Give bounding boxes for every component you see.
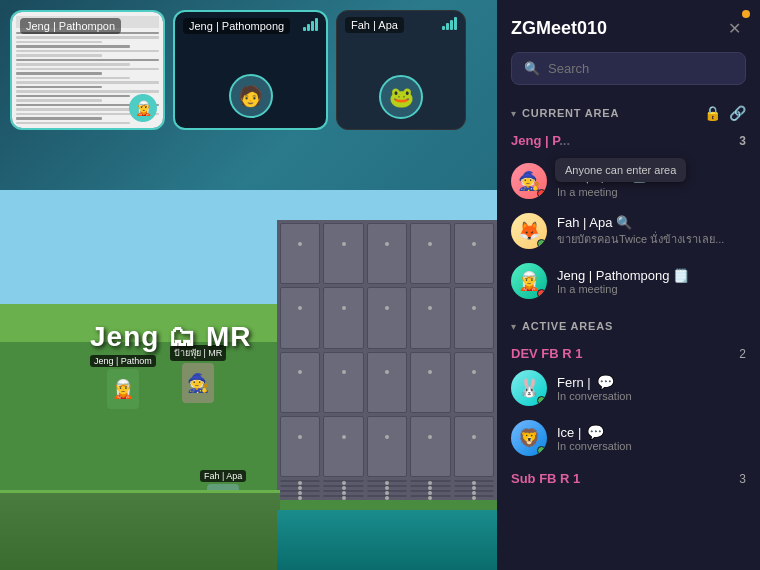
video-panel-1: 🧝 Jeng | Pathompon bbox=[10, 10, 165, 130]
tooltip: Anyone can enter area bbox=[555, 158, 686, 182]
game-world: Jeng 🗂 MR Jeng | Pathom 🧝 bbox=[0, 190, 497, 570]
user-avatar-jeng: 🧝 bbox=[511, 263, 547, 299]
sub-fb-name[interactable]: Sub FB R 1 bbox=[511, 471, 580, 486]
lock-icon[interactable]: 🔒 bbox=[704, 105, 721, 121]
user-name-fern: Fern | 💬 bbox=[557, 374, 746, 390]
user-status-ice: In conversation bbox=[557, 440, 746, 452]
sidebar-title: ZGMeet010 bbox=[511, 18, 607, 39]
ice-message-icon: 💬 bbox=[587, 424, 604, 440]
panel-2-avatar: 🧑 bbox=[229, 74, 273, 118]
active-areas-chevron: ▾ bbox=[511, 321, 516, 332]
panel-3-label: Fah | Apa bbox=[345, 17, 404, 33]
current-area-header[interactable]: ▾ CURRENT AREA 🔒 🔗 bbox=[497, 97, 760, 129]
current-area-title: CURRENT AREA bbox=[522, 107, 619, 119]
user-avatar-fah: 🦊 bbox=[511, 213, 547, 249]
video-panel-3: Fah | Apa 🐸 bbox=[336, 10, 466, 130]
status-dot-payfui bbox=[537, 189, 546, 198]
panel-3-avatar: 🐸 bbox=[379, 75, 423, 119]
dev-fb-count: 2 bbox=[739, 347, 746, 361]
active-areas-title: ACTIVE AREAS bbox=[522, 320, 613, 332]
status-dot-fern bbox=[537, 396, 546, 405]
user-item-fern[interactable]: 🐰 Fern | 💬 In conversation bbox=[497, 363, 760, 413]
game-title: Jeng 🗂 MR bbox=[90, 320, 251, 353]
search-input[interactable] bbox=[548, 61, 733, 76]
user-avatar-ice: 🦁 bbox=[511, 420, 547, 456]
sub-fb-count: 3 bbox=[739, 472, 746, 486]
sub-fb-header: Sub FB R 1 3 bbox=[497, 463, 760, 488]
panel-2-label: Jeng | Pathompong bbox=[183, 18, 290, 34]
user-status-jeng: In a meeting bbox=[557, 283, 746, 295]
search-box[interactable]: 🔍 bbox=[511, 52, 746, 85]
panel-3-signal bbox=[442, 17, 457, 30]
sidebar-header: ZGMeet010 ✕ bbox=[497, 0, 760, 52]
current-area-count: 3 bbox=[739, 134, 746, 148]
close-button[interactable]: ✕ bbox=[722, 16, 746, 40]
user-avatar-payfui: 🧙 bbox=[511, 163, 547, 199]
search-icon: 🔍 bbox=[524, 61, 540, 76]
dev-fb-header: DEV FB R 1 2 bbox=[497, 340, 760, 363]
current-area-chevron: ▾ bbox=[511, 108, 516, 119]
search-container: 🔍 bbox=[497, 52, 760, 97]
link-icon[interactable]: 🔗 bbox=[729, 105, 746, 121]
user-name-jeng: Jeng | Pathompong 🗒️ bbox=[557, 268, 746, 283]
active-areas-header[interactable]: ▾ ACTIVE AREAS bbox=[497, 312, 760, 340]
character-payfui: ป้ายฟุ้ย | MR 🧙 bbox=[170, 345, 226, 403]
user-item-jeng[interactable]: 🧝 Jeng | Pathompong 🗒️ In a meeting bbox=[497, 256, 760, 306]
sidebar: ZGMeet010 ✕ 🔍 ▾ CURRENT AREA 🔒 🔗 Jeng | … bbox=[497, 0, 760, 570]
current-area-user: Jeng | P... 3 bbox=[497, 129, 760, 156]
panel-1-label: Jeng | Pathompon bbox=[20, 18, 121, 34]
user-item-ice[interactable]: 🦁 Ice | 💬 In conversation bbox=[497, 413, 760, 463]
game-area: 🧝 Jeng | Pathompon Jeng | Pathompong 🧑 F… bbox=[0, 0, 497, 570]
video-panel-2: Jeng | Pathompong 🧑 bbox=[173, 10, 328, 130]
fern-message-icon: 💬 bbox=[597, 374, 614, 390]
user-name-fah: Fah | Apa 🔍 bbox=[557, 215, 746, 230]
notification-dot bbox=[742, 10, 750, 18]
user-name-ice: Ice | 💬 bbox=[557, 424, 746, 440]
character-jeng: Jeng | Pathom 🧝 bbox=[90, 355, 156, 409]
status-dot-ice bbox=[537, 446, 546, 455]
area-user-name[interactable]: Jeng | P... bbox=[511, 133, 570, 148]
panel-2-signal bbox=[303, 18, 318, 31]
user-status-payfui: In a meeting bbox=[557, 186, 746, 198]
user-status-fern: In conversation bbox=[557, 390, 746, 402]
dev-fb-name[interactable]: DEV FB R 1 bbox=[511, 346, 583, 361]
building bbox=[277, 220, 497, 500]
status-dot-fah bbox=[537, 239, 546, 248]
video-panels: 🧝 Jeng | Pathompon Jeng | Pathompong 🧑 F… bbox=[10, 10, 466, 130]
user-item-fah[interactable]: 🦊 Fah | Apa 🔍 ขายบัตรคอนTwice นั่งข้างเร… bbox=[497, 206, 760, 256]
user-avatar-fern: 🐰 bbox=[511, 370, 547, 406]
status-dot-jeng bbox=[537, 289, 546, 298]
user-status-fah: ขายบัตรคอนTwice นั่งข้างเราเลย... bbox=[557, 230, 746, 248]
